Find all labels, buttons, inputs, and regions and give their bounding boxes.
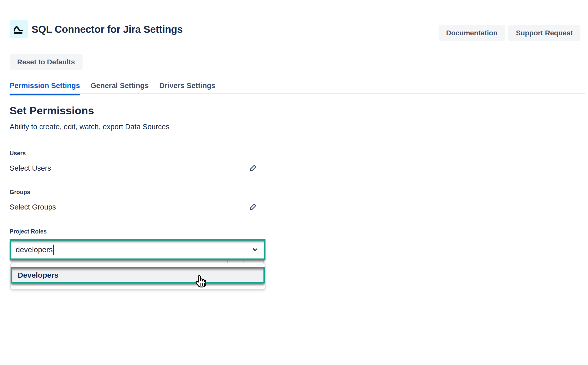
reset-to-defaults-button[interactable]: Reset to Defaults [10,54,83,70]
select-groups-value[interactable]: Select Groups [10,203,56,211]
header-actions: Documentation Support Request [439,25,580,41]
documentation-button[interactable]: Documentation [439,25,505,41]
wave-signal-icon [12,22,25,36]
groups-field-row: Select Groups [10,202,258,212]
dropdown-option-developers[interactable]: Developers [11,267,265,283]
page-header: SQL Connector for Jira Settings [10,20,183,38]
settings-tabs: Permission Settings General Settings Dri… [10,82,216,94]
tab-general-settings[interactable]: General Settings [91,82,149,94]
section-heading: Set Permissions [10,105,94,117]
tab-drivers-settings[interactable]: Drivers Settings [159,82,215,94]
tab-permission-settings[interactable]: Permission Settings [10,82,80,94]
sql-connector-settings-page: SQL Connector for Jira Settings Document… [0,0,588,365]
combobox-toggle-button[interactable] [251,246,259,253]
dropdown-option-label: Developers [18,271,59,279]
groups-field-label: Groups [10,189,30,196]
edit-users-button[interactable] [248,163,258,173]
edit-groups-button[interactable] [248,202,258,212]
project-roles-input-value: developers [16,245,53,254]
project-roles-input[interactable]: developers [11,241,264,258]
select-users-value[interactable]: Select Users [10,164,51,172]
users-field-label: Users [10,150,26,157]
app-logo [10,20,28,38]
support-request-button[interactable]: Support Request [508,25,580,41]
chevron-down-icon [251,250,259,254]
users-field-row: Select Users [10,163,258,173]
project-roles-field-label: Project Roles [10,228,47,235]
page-title: SQL Connector for Jira Settings [32,24,183,35]
pencil-edit-icon [248,209,258,213]
section-description: Ability to create, edit, watch, export D… [10,123,169,131]
hand-pointer-cursor [194,275,207,290]
text-caret [53,245,54,255]
pencil-edit-icon [248,170,258,174]
project-roles-combobox-highlight: developers [10,239,265,260]
